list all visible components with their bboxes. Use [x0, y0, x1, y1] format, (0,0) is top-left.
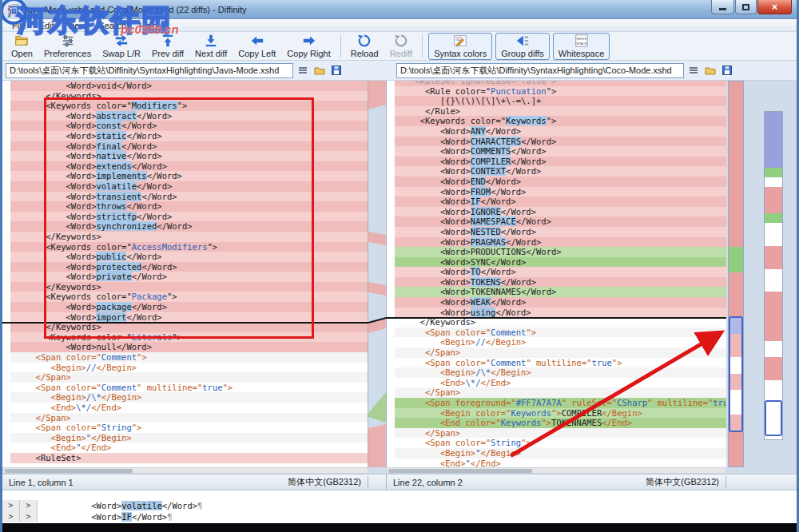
code-line: <Span foreground="#FF7A7A7A" ruleSet="CS…	[395, 398, 726, 408]
code-segment: <Word>	[395, 237, 471, 247]
code-segment: </Word>	[121, 141, 157, 151]
title-bar[interactable]: Java-Mode.xshd and Coco-Mode.xshd (22 di…	[2, 0, 797, 19]
code-segment: <Begin>	[10, 392, 86, 402]
diff-overview-bar-left[interactable]	[728, 81, 744, 467]
toolbar-button-label: Open	[11, 49, 33, 58]
svg-text:SPACE: SPACE	[576, 42, 586, 46]
code-segment: ">	[541, 418, 551, 427]
minimize-button[interactable]	[711, 0, 734, 14]
toolbar-button-group-diffs[interactable]: Group diffs	[495, 33, 550, 60]
toolbar-button-syntax-colors[interactable]: Syntax colors	[428, 33, 492, 60]
diff-word-highlight: CHARACTERS	[471, 137, 521, 146]
close-icon: ×	[772, 1, 778, 13]
code-line: <Span color="String">	[395, 438, 726, 448]
diff-word-highlight: final	[96, 141, 121, 151]
diff-word-highlight: protected	[96, 262, 141, 272]
overview-segment-salmon	[765, 246, 782, 269]
reload-icon	[357, 34, 372, 48]
code-segment: /\*	[475, 367, 491, 377]
diff-word-highlight: IF	[471, 197, 481, 206]
detail-code: <Word>IF</Word>¶	[71, 511, 172, 522]
code-segment: <Keywords color="	[10, 332, 132, 342]
left-cursor-position: Line 1, column 1	[2, 478, 242, 487]
detail-row: >> <Word>volatile</Word>¶	[2, 500, 797, 511]
diff-overview-bar-right[interactable]	[764, 111, 783, 440]
code-line: <Begin>//</Begin>	[395, 337, 726, 347]
toolbar-button-swap-l-r[interactable]: Swap L/R	[97, 33, 146, 60]
code-line: <Word>COMPILER</Word>	[395, 157, 726, 167]
detail-marker: >	[20, 500, 38, 511]
close-button[interactable]: ×	[757, 0, 792, 14]
left-horizontal-scrollbar[interactable]	[2, 467, 368, 474]
menu-view[interactable]: View	[61, 21, 93, 30]
toolbar-button-preferences[interactable]: Preferences	[38, 33, 97, 60]
toolbar-button-next-diff[interactable]: Next diff	[189, 33, 233, 60]
toolbar-button-label: Rediff	[390, 49, 413, 58]
code-segment: </Word>	[486, 177, 521, 186]
toolbar-button-copy-left[interactable]: Copy Left	[233, 33, 281, 60]
maximize-button[interactable]	[735, 0, 757, 14]
code-segment: </Word>	[501, 227, 536, 236]
toolbar-button-whitespace[interactable]: WHITESPACEWhitespace	[553, 33, 610, 60]
left-save-button[interactable]	[329, 63, 344, 77]
right-file-path-input[interactable]	[396, 63, 684, 78]
toolbar-button-rediff[interactable]: Rediff	[384, 33, 419, 60]
right-history-button[interactable]	[686, 63, 701, 77]
menu-file[interactable]: File	[6, 21, 33, 30]
code-segment: true	[202, 383, 222, 392]
left-code: <Word>void</Word> </Keywords> <Keywords …	[2, 81, 368, 463]
right-encoding: 简体中文(GB2312)	[614, 476, 726, 488]
code-line: <End>\*/</End>	[10, 403, 368, 413]
left-code-pane[interactable]: <Word>void</Word> </Keywords> <Keywords …	[2, 81, 368, 467]
code-segment: </Span>	[395, 347, 460, 357]
code-segment: </End>	[81, 443, 112, 452]
code-segment: <Begin>	[395, 337, 475, 347]
code-segment: <Word>TOKENNAMES</Word>	[395, 287, 556, 296]
code-line: <Begin>/\*</Begin>	[395, 367, 726, 378]
toolbar-button-label: Group diffs	[501, 49, 544, 58]
menu-help[interactable]: Help	[133, 21, 164, 30]
menu-search[interactable]: Search	[92, 21, 133, 30]
left-history-button[interactable]	[296, 63, 310, 77]
right-browse-button[interactable]	[703, 63, 718, 77]
right-code-pane[interactable]: <RuleSet ignoreCase="false"> <Rule color…	[386, 81, 726, 467]
right-save-button[interactable]	[720, 63, 734, 77]
scrollbar-thumb[interactable]	[388, 469, 532, 473]
whitespace-icon: WHITESPACE	[574, 34, 589, 48]
code-segment: <Word>void</Word>	[10, 81, 152, 90]
code-segment: String	[491, 438, 521, 447]
toolbar-button-open[interactable]: Open	[6, 33, 38, 60]
code-line: <End>"</End>	[395, 459, 726, 467]
code-segment: <Word>	[10, 212, 96, 221]
overview-segment-salmon	[729, 81, 743, 247]
detail-row: >> <Word>IF</Word>¶	[2, 511, 797, 522]
toolbar-button-reload[interactable]: Reload	[345, 33, 384, 60]
current-diff-marker-left	[2, 322, 368, 324]
overview-viewport[interactable]	[729, 316, 743, 432]
overview-viewport[interactable]	[765, 400, 782, 436]
code-segment: CSharp	[617, 398, 647, 407]
code-segment: </Keywords>	[10, 282, 101, 292]
toolbar-button-prev-diff[interactable]: Prev diff	[146, 33, 189, 60]
status-bar: Line 1, column 1 简体中文(GB2312) Line 22, c…	[2, 474, 797, 490]
code-segment: <Begin color="	[395, 408, 511, 418]
toolbar-button-copy-right[interactable]: Copy Right	[281, 33, 336, 60]
menu-edit[interactable]: Edit	[33, 21, 61, 30]
right-horizontal-scrollbar[interactable]	[386, 467, 726, 474]
code-segment: \*/	[466, 378, 481, 387]
left-file-path-input[interactable]	[6, 63, 293, 78]
diff-word-highlight: static	[96, 131, 126, 141]
code-segment: <Begin>	[395, 367, 475, 377]
code-segment: <Keywords color="	[10, 242, 132, 252]
code-segment: </Keywords>	[395, 317, 475, 327]
detail-marker: >	[20, 511, 38, 522]
app-icon-page-right	[12, 4, 19, 13]
left-browse-button[interactable]	[312, 63, 327, 77]
scrollbar-thumb[interactable]	[5, 469, 133, 473]
diff-word-highlight: synchronized	[96, 221, 157, 231]
code-line: <Word>IGNORE</Word>	[395, 207, 726, 217]
code-segment: </Word>	[126, 151, 161, 161]
code-segment: <Word>	[395, 216, 471, 226]
diff-word-highlight: private	[96, 272, 131, 281]
toolbar-button-label: Syntax colors	[434, 49, 487, 58]
